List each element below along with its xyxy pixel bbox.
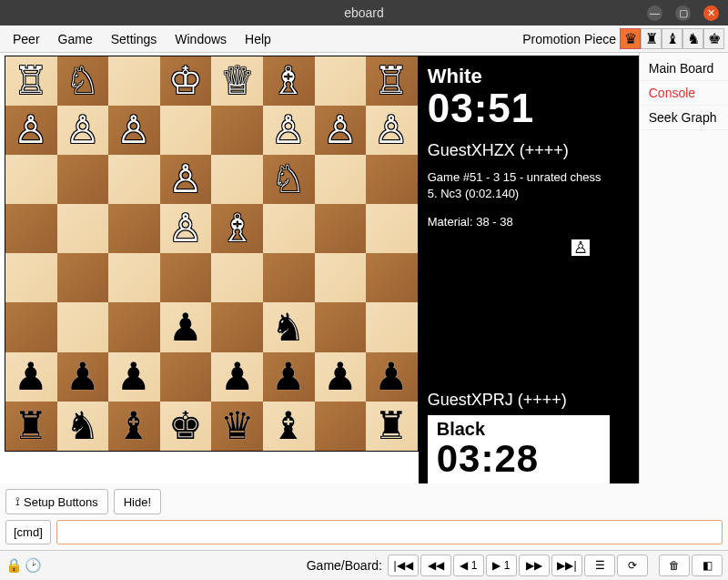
menu-game[interactable]: Game (49, 28, 102, 50)
command-label[interactable]: [cmd] (5, 520, 51, 544)
square-7-0[interactable]: ♜ (5, 402, 57, 451)
square-1-0[interactable]: ♙ (5, 106, 57, 155)
hide-button[interactable]: Hide! (114, 489, 161, 514)
square-7-7[interactable]: ♜ (366, 402, 418, 451)
square-6-7[interactable]: ♟ (366, 352, 418, 402)
square-7-6[interactable] (315, 402, 367, 451)
piece-wK[interactable]: ♔ (168, 62, 203, 100)
square-2-2[interactable] (108, 155, 160, 204)
square-2-0[interactable] (5, 155, 57, 204)
square-4-0[interactable] (5, 253, 57, 302)
promotion-knight-button[interactable]: ♞ (682, 28, 703, 49)
square-1-7[interactable]: ♙ (366, 106, 418, 155)
square-2-3[interactable]: ♙ (160, 155, 212, 204)
nav-refresh-button[interactable]: ⟳ (617, 555, 648, 576)
square-7-5[interactable]: ♝ (263, 402, 315, 451)
square-4-2[interactable] (108, 253, 160, 302)
piece-bQ[interactable]: ♛ (220, 407, 255, 445)
square-3-7[interactable] (366, 204, 418, 253)
piece-bP[interactable]: ♟ (168, 309, 203, 347)
piece-bP[interactable]: ♟ (220, 358, 255, 396)
piece-bP[interactable]: ♟ (323, 358, 358, 396)
piece-wQ[interactable]: ♕ (220, 62, 255, 100)
promotion-queen-button[interactable]: ♛ (620, 28, 641, 49)
square-2-1[interactable] (57, 155, 109, 204)
square-0-1[interactable]: ♘ (57, 56, 109, 106)
square-0-5[interactable]: ♗ (263, 56, 315, 106)
square-6-2[interactable]: ♟ (108, 352, 160, 402)
piece-wP[interactable]: ♙ (271, 111, 306, 149)
nav-trash-button[interactable]: 🗑 (659, 555, 690, 576)
square-0-3[interactable]: ♔ (160, 56, 212, 106)
nav-fwd-fast-button[interactable]: ▶▶ (519, 555, 550, 576)
square-2-4[interactable] (211, 155, 263, 204)
nav-back-1-button[interactable]: ◀ 1 (453, 555, 484, 576)
square-4-4[interactable] (211, 253, 263, 302)
square-7-1[interactable]: ♞ (57, 402, 109, 451)
square-0-7[interactable]: ♖ (366, 56, 418, 106)
nav-detach-button[interactable]: ◧ (692, 555, 723, 576)
square-5-0[interactable] (5, 302, 57, 351)
square-5-3[interactable]: ♟ (160, 302, 212, 351)
piece-bP[interactable]: ♟ (14, 358, 48, 396)
square-5-1[interactable] (57, 302, 109, 351)
square-6-3[interactable] (160, 352, 212, 402)
menu-help[interactable]: Help (236, 28, 280, 50)
square-7-4[interactable]: ♛ (211, 402, 263, 451)
piece-wP[interactable]: ♙ (323, 111, 358, 149)
piece-wB[interactable]: ♗ (271, 62, 306, 100)
piece-bR[interactable]: ♜ (14, 407, 48, 445)
promotion-bishop-button[interactable]: ♝ (662, 28, 682, 49)
square-4-1[interactable] (57, 253, 109, 302)
square-1-4[interactable] (211, 106, 263, 155)
tab-main-board[interactable]: Main Board (640, 56, 728, 81)
piece-wP[interactable]: ♙ (168, 209, 203, 248)
square-1-3[interactable] (160, 106, 212, 155)
window-close-button[interactable]: ✕ (703, 5, 719, 21)
nav-back-fast-button[interactable]: ◀◀ (420, 555, 451, 576)
promotion-king-button[interactable]: ♚ (703, 28, 724, 49)
piece-wR[interactable]: ♖ (14, 62, 48, 100)
square-4-3[interactable] (160, 253, 212, 302)
square-4-7[interactable] (366, 253, 418, 302)
square-3-2[interactable] (108, 204, 160, 253)
square-6-1[interactable]: ♟ (57, 352, 109, 402)
piece-bP[interactable]: ♟ (271, 358, 306, 396)
tab-seek-graph[interactable]: Seek Graph (640, 106, 728, 130)
square-4-5[interactable] (263, 253, 315, 302)
piece-bB[interactable]: ♝ (116, 407, 151, 445)
piece-wP[interactable]: ♙ (14, 111, 48, 149)
window-minimize-button[interactable]: — (647, 5, 662, 21)
square-1-2[interactable]: ♙ (108, 106, 160, 155)
piece-bP[interactable]: ♟ (116, 358, 151, 396)
square-0-0[interactable]: ♖ (5, 56, 57, 106)
nav-last-button[interactable]: ▶▶| (551, 555, 582, 576)
piece-bB[interactable]: ♝ (271, 407, 306, 445)
square-7-2[interactable]: ♝ (108, 402, 160, 451)
square-6-0[interactable]: ♟ (5, 352, 57, 402)
chess-board[interactable]: ♖♘♔♕♗♖♙♙♙♙♙♙♙♘♙♗♟♞♟♟♟♟♟♟♟♜♞♝♚♛♝♜ (5, 56, 419, 452)
piece-wP[interactable]: ♙ (374, 111, 409, 149)
square-4-6[interactable] (315, 253, 367, 302)
square-3-0[interactable] (5, 204, 57, 253)
square-2-7[interactable] (366, 155, 418, 204)
command-input[interactable] (56, 520, 723, 544)
piece-bK[interactable]: ♚ (168, 407, 203, 445)
nav-first-button[interactable]: |◀◀ (388, 555, 419, 576)
piece-wN[interactable]: ♘ (271, 160, 306, 198)
piece-bN[interactable]: ♞ (271, 309, 306, 347)
tab-console[interactable]: Console (640, 81, 728, 106)
square-5-6[interactable] (315, 302, 367, 351)
square-2-6[interactable] (315, 155, 367, 204)
square-6-4[interactable]: ♟ (211, 352, 263, 402)
square-0-4[interactable]: ♕ (211, 56, 263, 106)
square-0-2[interactable] (108, 56, 160, 106)
square-1-1[interactable]: ♙ (57, 106, 109, 155)
menu-peer[interactable]: Peer (4, 28, 49, 50)
piece-wP[interactable]: ♙ (168, 160, 203, 198)
nav-list-button[interactable]: ☰ (584, 555, 615, 576)
square-6-5[interactable]: ♟ (263, 352, 315, 402)
square-5-5[interactable]: ♞ (263, 302, 315, 351)
square-3-1[interactable] (57, 204, 109, 253)
piece-bR[interactable]: ♜ (374, 407, 409, 445)
